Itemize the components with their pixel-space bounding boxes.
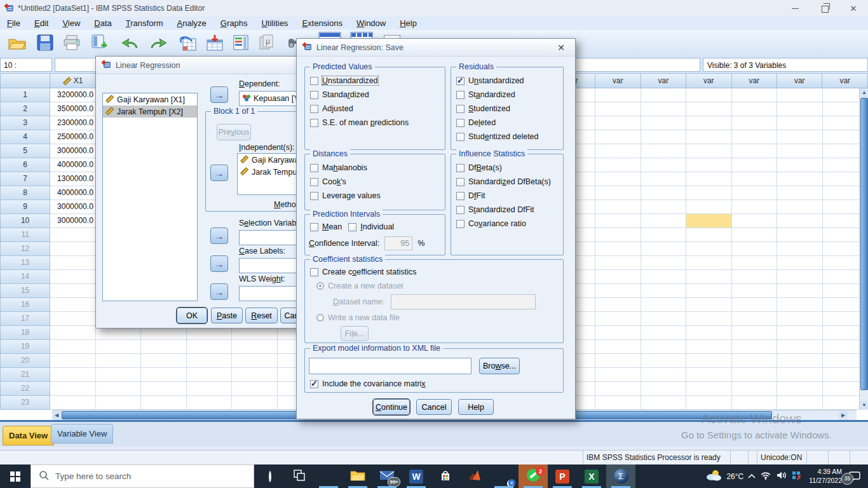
excel-taskbar-button[interactable]: X bbox=[577, 464, 606, 488]
cortana-taskbar-button[interactable] bbox=[255, 464, 285, 488]
recall-dialogs-button[interactable] bbox=[88, 32, 112, 55]
row-header-17[interactable]: 17 bbox=[0, 312, 50, 326]
grid-cell[interactable] bbox=[141, 382, 186, 396]
grid-cell[interactable] bbox=[732, 382, 777, 396]
col-header-var[interactable]: var bbox=[732, 73, 777, 88]
dialog-close-icon[interactable]: ✕ bbox=[552, 43, 570, 53]
grid-cell[interactable] bbox=[595, 368, 641, 382]
variables-button[interactable] bbox=[229, 32, 253, 55]
grid-cell[interactable] bbox=[686, 312, 731, 326]
row-header-18[interactable]: 18 bbox=[0, 326, 50, 340]
grid-cell[interactable] bbox=[141, 354, 186, 368]
checkbox-option[interactable]: Leverage values bbox=[310, 190, 445, 201]
source-variable-item[interactable]: Jarak Tempuh [X2] bbox=[103, 105, 197, 118]
browse-button[interactable]: Browse... bbox=[479, 358, 520, 374]
restore-icon[interactable] bbox=[810, 0, 839, 17]
grid-cell[interactable] bbox=[732, 368, 777, 382]
grid-cell[interactable] bbox=[641, 382, 686, 396]
grid-cell[interactable] bbox=[686, 88, 731, 102]
grid-cell[interactable] bbox=[641, 102, 686, 116]
tray-chevron-icon[interactable] bbox=[748, 472, 756, 481]
grid-cell[interactable] bbox=[732, 102, 777, 116]
grid-cell[interactable] bbox=[777, 200, 822, 214]
undo-button[interactable] bbox=[118, 32, 142, 55]
grid-cell[interactable] bbox=[777, 326, 822, 340]
checkbox-option[interactable]: Standardized DfBeta(s) bbox=[456, 176, 563, 187]
col-header-var[interactable]: var bbox=[641, 73, 686, 88]
checkbox-option[interactable]: DfFit bbox=[456, 190, 563, 201]
grid-cell[interactable] bbox=[732, 396, 777, 410]
menu-transform[interactable]: Transform bbox=[119, 18, 170, 29]
source-variable-list[interactable]: Gaji Karyawan [X1]Jarak Tempuh [X2] bbox=[102, 93, 198, 301]
row-header-13[interactable]: 13 bbox=[0, 256, 50, 270]
grid-cell[interactable] bbox=[686, 172, 731, 186]
checkbox[interactable] bbox=[310, 192, 318, 200]
mean-checkbox[interactable] bbox=[310, 223, 318, 231]
menu-graphs[interactable]: Graphs bbox=[214, 18, 255, 29]
row-header-22[interactable]: 22 bbox=[0, 382, 50, 396]
print-button[interactable] bbox=[60, 32, 84, 55]
wifi-icon[interactable] bbox=[760, 471, 771, 482]
grid-cell[interactable]: 4000000.0 bbox=[50, 186, 96, 200]
grid-cell[interactable] bbox=[50, 382, 96, 396]
grid-cell[interactable] bbox=[595, 214, 641, 228]
grid-cell[interactable] bbox=[686, 270, 731, 284]
window-titlebar[interactable]: *Untitled2 [DataSet1] - IBM SPSS Statist… bbox=[0, 0, 868, 17]
grid-cell[interactable] bbox=[732, 172, 777, 186]
grid-cell[interactable] bbox=[141, 396, 186, 410]
grid-cell[interactable] bbox=[686, 116, 731, 130]
grid-cell[interactable] bbox=[96, 368, 141, 382]
grid-cell[interactable] bbox=[96, 382, 141, 396]
help-button[interactable]: Help bbox=[458, 399, 494, 415]
checkbox-option[interactable]: Mahalanobis bbox=[310, 162, 445, 173]
individual-checkbox[interactable] bbox=[348, 223, 356, 231]
goto-case-button[interactable] bbox=[175, 32, 200, 55]
grid-cell[interactable] bbox=[595, 396, 641, 410]
checkbox-option[interactable]: Adjusted bbox=[310, 103, 445, 114]
scroll-up-icon[interactable]: ▲ bbox=[860, 88, 868, 97]
save-button[interactable] bbox=[33, 32, 57, 55]
redo-button[interactable] bbox=[146, 32, 170, 55]
grid-cell[interactable] bbox=[595, 130, 641, 144]
row-header-20[interactable]: 20 bbox=[0, 354, 50, 368]
grid-cell[interactable] bbox=[96, 354, 141, 368]
row-header-14[interactable]: 14 bbox=[0, 270, 50, 284]
grid-cell[interactable] bbox=[732, 354, 777, 368]
create-new-dataset-radio[interactable] bbox=[316, 282, 324, 290]
start-button[interactable] bbox=[0, 464, 31, 488]
file-button[interactable]: File... bbox=[341, 326, 369, 341]
checkbox[interactable] bbox=[456, 91, 465, 99]
row-header-1[interactable]: 1 bbox=[0, 88, 50, 102]
grid-cell[interactable]: 2500000.0 bbox=[50, 130, 96, 144]
grid-cell[interactable] bbox=[732, 144, 777, 158]
grid-cell[interactable] bbox=[187, 354, 232, 368]
grid-cell[interactable] bbox=[686, 228, 731, 242]
grid-cell[interactable] bbox=[732, 270, 777, 284]
grid-cell[interactable] bbox=[595, 298, 641, 312]
grid-cell[interactable] bbox=[50, 340, 96, 354]
volume-icon[interactable] bbox=[776, 471, 787, 482]
vertical-scrollbar[interactable]: ▲ ▼ bbox=[859, 88, 868, 410]
grid-cell[interactable]: 3200000.0 bbox=[50, 88, 96, 102]
grid-cell[interactable] bbox=[641, 158, 686, 172]
grid-cell[interactable] bbox=[232, 396, 277, 410]
continue-button[interactable]: Continue bbox=[373, 399, 410, 415]
grid-cell[interactable]: 4000000.0 bbox=[50, 158, 96, 172]
matlab-taskbar-button[interactable] bbox=[460, 464, 489, 488]
grid-cell[interactable] bbox=[732, 284, 777, 298]
grid-cell[interactable] bbox=[777, 284, 822, 298]
grid-cell[interactable] bbox=[50, 312, 96, 326]
grid-cell[interactable] bbox=[50, 284, 96, 298]
grid-cell[interactable] bbox=[141, 340, 186, 354]
menu-utilities[interactable]: Utilities bbox=[254, 18, 295, 29]
row-header-8[interactable]: 8 bbox=[0, 186, 50, 200]
grid-cell[interactable] bbox=[96, 340, 141, 354]
grid-cell[interactable] bbox=[777, 396, 822, 410]
grid-cell[interactable] bbox=[686, 130, 731, 144]
taskbar-clock[interactable]: 4:39 AM 11/27/2022 bbox=[809, 468, 842, 484]
weather-temp[interactable]: 26°C bbox=[726, 472, 743, 481]
checkbox-option[interactable]: Studentized bbox=[456, 103, 563, 114]
checkbox[interactable] bbox=[310, 91, 318, 99]
grid-cell[interactable] bbox=[732, 200, 777, 214]
checkbox[interactable] bbox=[456, 192, 465, 200]
